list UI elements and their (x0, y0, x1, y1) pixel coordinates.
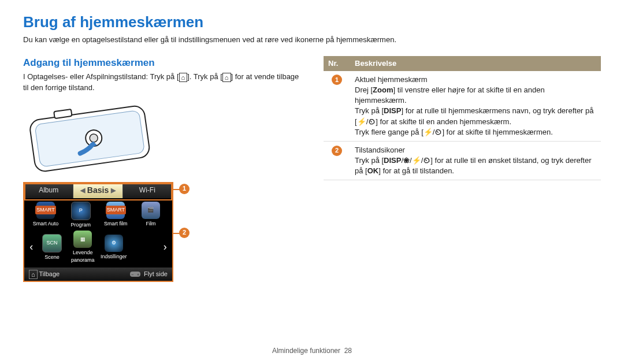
chevron-left-icon[interactable]: ‹ (28, 240, 35, 254)
page-title: Brug af hjemmeskærmen (23, 12, 601, 32)
callout-2: 2 (179, 228, 190, 238)
table-row: 1 Aktuel hjemmeskærm Drej [Zoom] til ven… (324, 71, 601, 142)
camera-illustration (23, 100, 300, 175)
row-number-1: 1 (332, 75, 342, 85)
page-footer: Almindelige funktioner 28 (0, 346, 624, 356)
callout-1: 1 (179, 184, 190, 194)
row-number-2: 2 (332, 146, 342, 156)
mode-scene[interactable]: SCN Scene (38, 234, 65, 261)
table-row: 2 Tilstandsikoner Tryk på [DISP/❀/⚡/⏲] f… (324, 141, 601, 180)
chevron-right-icon: ▶ (109, 186, 118, 195)
col-nr: Nr. (324, 56, 350, 71)
mode-program[interactable]: P Program (65, 202, 96, 229)
home-screen-preview: Album ◀ Basis ▶ Wi-Fi (23, 182, 173, 282)
description-table: Nr. Beskrivelse 1 Aktuel hjemmeskærm Dre… (324, 56, 601, 181)
section-body: I Optagelses- eller Afspilningstilstand:… (23, 72, 300, 92)
intro-text: Du kan vælge en optagelsestilstand eller… (23, 35, 601, 45)
chevron-left-icon: ◀ (78, 186, 87, 195)
tab-album[interactable]: Album (24, 183, 73, 198)
home-icon: ⌂ (222, 73, 231, 82)
mode-smart-auto[interactable]: SMART Smart Auto (30, 202, 61, 228)
home-icon: ⌂ (29, 270, 38, 279)
mode-settings[interactable]: ⚙ Indstillinger (100, 235, 127, 261)
back-button[interactable]: ⌂ Tilbage (29, 270, 60, 279)
mode-live-panorama[interactable]: ▦ Levende panorama (69, 231, 96, 263)
tab-basis[interactable]: ◀ Basis ▶ (73, 183, 122, 198)
chevron-right-icon[interactable]: › (162, 240, 169, 254)
mode-film[interactable]: 🎬 Film (135, 202, 166, 228)
move-page-hint: − + Flyt side (130, 270, 168, 279)
mode-smart-film[interactable]: SMART Smart film (100, 202, 131, 228)
col-desc: Beskrivelse (350, 56, 601, 71)
tab-wifi[interactable]: Wi-Fi (123, 183, 172, 198)
section-title: Adgang til hjemmeskærmen (23, 56, 300, 70)
home-icon: ⌂ (179, 73, 188, 82)
